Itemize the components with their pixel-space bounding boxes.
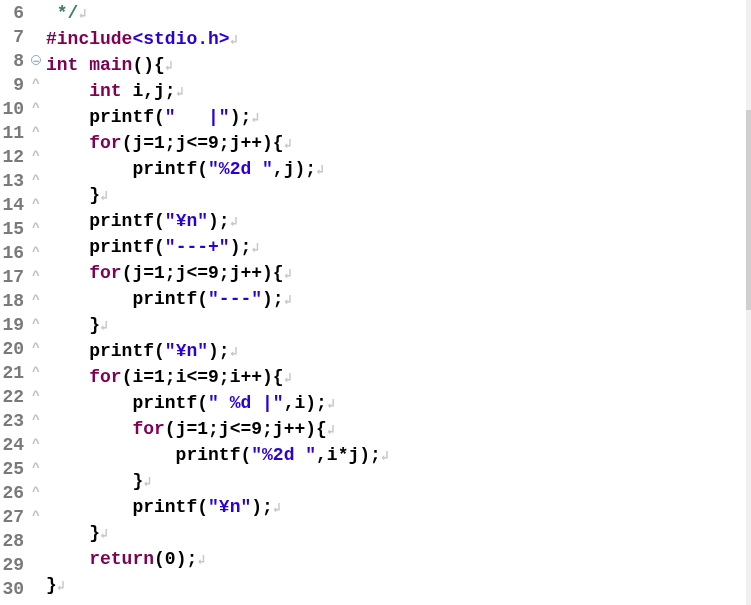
gutter-blank bbox=[28, 576, 44, 600]
whitespace-indicator-icon: ^ bbox=[28, 312, 44, 336]
token-plain: printf( bbox=[46, 497, 208, 517]
line-number: 13 bbox=[0, 169, 24, 193]
token-str: " |" bbox=[165, 107, 230, 127]
fold-marker-gutter: ^^^^^^^^^^^^^^^^^^^ bbox=[28, 0, 44, 605]
token-plain bbox=[46, 419, 132, 439]
code-line[interactable]: for(i=1;i<=9;i++){↲ bbox=[46, 365, 751, 391]
code-line[interactable]: printf("---+");↲ bbox=[46, 235, 751, 261]
token-kw: for bbox=[89, 367, 121, 387]
token-kw: int bbox=[46, 55, 78, 75]
line-number: 10 bbox=[0, 97, 24, 121]
token-ws: ↲ bbox=[284, 371, 292, 386]
line-number: 18 bbox=[0, 289, 24, 313]
token-str: "---" bbox=[208, 289, 262, 309]
line-number: 29 bbox=[0, 553, 24, 577]
code-line[interactable]: printf("¥n");↲ bbox=[46, 209, 751, 235]
line-number: 27 bbox=[0, 505, 24, 529]
whitespace-indicator-icon: ^ bbox=[28, 72, 44, 96]
token-dir: #include bbox=[46, 29, 132, 49]
token-plain: i,j; bbox=[122, 81, 176, 101]
whitespace-indicator-icon: ^ bbox=[28, 456, 44, 480]
whitespace-indicator-icon: ^ bbox=[28, 216, 44, 240]
code-line[interactable]: printf("%2d ",i*j);↲ bbox=[46, 443, 751, 469]
line-number: 26 bbox=[0, 481, 24, 505]
token-kw: for bbox=[89, 263, 121, 283]
token-plain: ); bbox=[208, 341, 230, 361]
token-ws: ↲ bbox=[165, 59, 173, 74]
token-plain bbox=[46, 3, 57, 23]
token-ws: ↲ bbox=[273, 501, 281, 516]
token-plain bbox=[46, 263, 89, 283]
token-plain: ); bbox=[251, 497, 273, 517]
token-plain: (j=1;j<=9;j++){ bbox=[122, 133, 284, 153]
line-number: 17 bbox=[0, 265, 24, 289]
whitespace-indicator-icon: ^ bbox=[28, 240, 44, 264]
code-editor[interactable]: 6789101112131415161718192021222324252627… bbox=[0, 0, 751, 605]
token-plain: ); bbox=[230, 237, 252, 257]
code-line[interactable]: for(j=1;j<=9;j++){↲ bbox=[46, 261, 751, 287]
code-line[interactable]: printf("%2d ",j);↲ bbox=[46, 157, 751, 183]
token-ws: ↲ bbox=[284, 267, 292, 282]
code-line[interactable]: }↲ bbox=[46, 469, 751, 495]
token-ws: ↲ bbox=[284, 293, 292, 308]
code-line[interactable]: */↲ bbox=[46, 1, 751, 27]
token-str: " %d |" bbox=[208, 393, 284, 413]
token-ws: ↲ bbox=[316, 163, 324, 178]
token-ws: ↲ bbox=[251, 111, 259, 126]
code-line[interactable]: printf(" %d |",i);↲ bbox=[46, 391, 751, 417]
code-line[interactable]: for(j=1;j<=9;j++){↲ bbox=[46, 131, 751, 157]
token-plain: (j=1;j<=9;j++){ bbox=[122, 263, 284, 283]
token-plain: printf( bbox=[46, 289, 208, 309]
token-plain: ,i); bbox=[284, 393, 327, 413]
token-str: "%2d " bbox=[251, 445, 316, 465]
code-line[interactable]: #include<stdio.h>↲ bbox=[46, 27, 751, 53]
code-line[interactable]: printf("¥n");↲ bbox=[46, 495, 751, 521]
token-ws: ↲ bbox=[381, 449, 389, 464]
token-ws: ↲ bbox=[230, 33, 238, 48]
fold-toggle-icon[interactable] bbox=[28, 48, 44, 72]
token-ws: ↲ bbox=[251, 241, 259, 256]
code-line[interactable]: printf(" |");↲ bbox=[46, 105, 751, 131]
code-line[interactable]: }↲ bbox=[46, 521, 751, 547]
token-str: "¥n" bbox=[165, 211, 208, 231]
token-plain: printf( bbox=[46, 445, 251, 465]
whitespace-indicator-icon: ^ bbox=[28, 264, 44, 288]
code-line[interactable]: return(0);↲ bbox=[46, 547, 751, 573]
token-str: "¥n" bbox=[208, 497, 251, 517]
code-line[interactable] bbox=[46, 599, 751, 605]
code-line[interactable]: }↲ bbox=[46, 573, 751, 599]
vertical-scrollbar-track[interactable] bbox=[746, 0, 751, 605]
code-line[interactable]: }↲ bbox=[46, 313, 751, 339]
token-kw: return bbox=[89, 549, 154, 569]
code-line[interactable]: int main(){↲ bbox=[46, 53, 751, 79]
code-line[interactable]: }↲ bbox=[46, 183, 751, 209]
code-line[interactable]: printf("---");↲ bbox=[46, 287, 751, 313]
code-line[interactable]: int i,j;↲ bbox=[46, 79, 751, 105]
token-plain: } bbox=[46, 185, 100, 205]
token-kw: for bbox=[89, 133, 121, 153]
gutter-blank bbox=[28, 24, 44, 48]
line-number: 19 bbox=[0, 313, 24, 337]
code-line[interactable]: printf("¥n");↲ bbox=[46, 339, 751, 365]
line-number: 8 bbox=[0, 49, 24, 73]
token-com: */ bbox=[57, 3, 79, 23]
token-inc: <stdio.h> bbox=[132, 29, 229, 49]
vertical-scrollbar-thumb[interactable] bbox=[746, 110, 751, 310]
line-number: 16 bbox=[0, 241, 24, 265]
code-line[interactable]: for(j=1;j<=9;j++){↲ bbox=[46, 417, 751, 443]
token-plain: ); bbox=[230, 107, 252, 127]
token-plain: ); bbox=[208, 211, 230, 231]
gutter-blank bbox=[28, 0, 44, 24]
whitespace-indicator-icon: ^ bbox=[28, 120, 44, 144]
token-plain: ); bbox=[262, 289, 284, 309]
whitespace-indicator-icon: ^ bbox=[28, 408, 44, 432]
whitespace-indicator-icon: ^ bbox=[28, 288, 44, 312]
whitespace-indicator-icon: ^ bbox=[28, 192, 44, 216]
token-plain: (0); bbox=[154, 549, 197, 569]
token-str: "---+" bbox=[165, 237, 230, 257]
code-area[interactable]: */↲#include<stdio.h>↲int main(){↲ int i,… bbox=[44, 0, 751, 605]
token-ws: ↲ bbox=[100, 527, 108, 542]
token-ws: ↲ bbox=[100, 189, 108, 204]
token-plain: ,i*j); bbox=[316, 445, 381, 465]
token-plain bbox=[78, 55, 89, 75]
